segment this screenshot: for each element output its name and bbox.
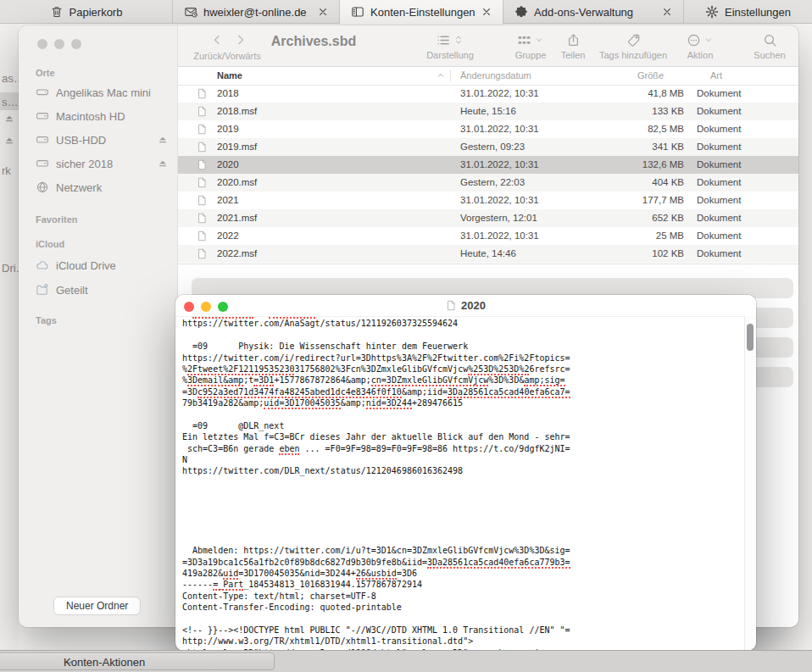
- column-header-name[interactable]: Name: [217, 66, 242, 85]
- sidebar-item-label: Geteilt: [56, 284, 88, 297]
- viewer-titlebar: 2020: [175, 295, 756, 317]
- file-date: Heute, 14:46: [460, 245, 516, 263]
- eject-icon[interactable]: [4, 114, 14, 124]
- back-button[interactable]: [210, 33, 224, 47]
- text-line: =09 @DLR_next: [182, 421, 742, 432]
- close-tab-icon[interactable]: [481, 6, 492, 18]
- text-line: [182, 614, 742, 625]
- text-line: =09 Physik: Die Wissenschaft hinter dem …: [182, 342, 742, 353]
- text-line: [182, 512, 742, 523]
- text-line: 419a282&uid=3D170045035&nid=3D244+26&usb…: [182, 569, 742, 580]
- table-row[interactable]: 2019.msfGestern, 09:23341 KBDokument: [178, 138, 798, 156]
- file-date: 31.01.2022, 10:31: [460, 227, 539, 245]
- file-date: 31.01.2022, 10:31: [460, 85, 539, 103]
- sidebar-section-0: Orte: [36, 68, 55, 78]
- file-name: 2018.msf: [217, 103, 257, 120]
- table-row[interactable]: 202031.01.2022, 10:31132,6 MBDokument: [178, 156, 798, 174]
- new-folder-button[interactable]: Neuer Ordner: [53, 597, 141, 615]
- table-row[interactable]: 2021.msfVorgestern, 12:01652 KBDokument: [178, 209, 798, 227]
- mail-icon: [184, 5, 197, 19]
- document-icon: [197, 195, 208, 206]
- column-header--nderungsdatum[interactable]: Änderungsdatum: [460, 66, 531, 85]
- file-content[interactable]: https://twitter.com/AnaSagt/status/12119…: [182, 315, 742, 651]
- sidebar-item-geteilt[interactable]: Geteilt: [27, 280, 173, 300]
- disk-icon: [36, 109, 49, 123]
- text-line: ------=_Part_184534813_1016831944.157786…: [182, 580, 742, 591]
- close-tab-icon[interactable]: [317, 6, 329, 18]
- background-sidebar-item: s…: [2, 96, 19, 108]
- gear-icon: [705, 5, 719, 19]
- sidebar-item-usb-hdd[interactable]: USB-HDD: [27, 130, 173, 150]
- text-line: %2Ftweet%2F1211953523031756802%3Fcn%3DZm…: [182, 364, 742, 375]
- dialog-sidebar: OrteAngelikas Mac miniMacintosh HDUSB-HD…: [19, 25, 178, 627]
- tab-add-ons-verwaltung[interactable]: Add-ons-Verwaltung: [503, 0, 683, 24]
- table-row[interactable]: 202231.01.2022, 10:3125 MBDokument: [178, 227, 798, 245]
- file-size: 133 KB: [585, 103, 684, 120]
- table-row[interactable]: 2020.msfGestern, 22:03404 KBDokument: [178, 174, 798, 192]
- sidebar-item-label: USB-HDD: [56, 134, 106, 147]
- spellcheck-underline: uid: [223, 569, 238, 580]
- file-date: Gestern, 22:03: [460, 174, 525, 192]
- table-row[interactable]: 2022.msfHeute, 14:46102 KBDokument: [178, 245, 798, 263]
- screen: Papierkorbhweixler@t-online.deKonten-Ein…: [0, 0, 812, 672]
- sidebar-item-macintosh-hd[interactable]: Macintosh HD: [27, 106, 173, 126]
- column-header-art[interactable]: Art: [710, 66, 722, 85]
- file-size: 341 KB: [585, 138, 684, 156]
- text-line: Content-Transfer-Encoding: quoted-printa…: [182, 603, 742, 614]
- window-title: Archives.sbd: [229, 34, 398, 49]
- text-line: sch=C3=B6n gerade eben ... =F0=9F=98=89=…: [182, 444, 742, 455]
- text-line: [182, 489, 742, 500]
- scrollbar-thumb[interactable]: [747, 324, 754, 351]
- tab-bar: Papierkorbhweixler@t-online.deKonten-Ein…: [0, 0, 812, 24]
- tab-konten-einstellungen[interactable]: Konten-Einstellungen: [339, 0, 503, 24]
- file-size: 102 KB: [585, 245, 684, 263]
- table-row[interactable]: 201931.01.2022, 10:3182,5 MBDokument: [178, 120, 798, 138]
- file-date: Gestern, 09:23: [460, 138, 525, 156]
- file-name: 2020.msf: [217, 174, 257, 192]
- sort-toggle-icon: [453, 35, 464, 45]
- chevron-down-icon: [704, 35, 714, 45]
- zoom-window-button[interactable]: [71, 39, 81, 49]
- file-date: 31.01.2022, 10:31: [460, 156, 539, 174]
- column-header-gr-e[interactable]: Größe: [637, 66, 664, 85]
- eject-icon[interactable]: [4, 136, 14, 146]
- tab-label: Einstellungen: [725, 6, 791, 19]
- sidebar-item-sicher-2018[interactable]: sicher 2018: [27, 153, 173, 174]
- tab-papierkorb[interactable]: Papierkorb: [0, 0, 172, 24]
- text-line: https://twitter.com/i/redirect?url=3Dhtt…: [182, 353, 742, 364]
- text-line: https://twitter.com/AnaSagt/status/12119…: [182, 319, 742, 330]
- text-line: Abmelden: https://twitter.com/i/u?t=3D1&…: [182, 546, 742, 557]
- eject-icon[interactable]: [158, 135, 168, 145]
- spellcheck-underline: =_Part: [213, 580, 243, 591]
- sidebar-item-angelikas-mac-mini[interactable]: Angelikas Mac mini: [27, 82, 173, 103]
- spellcheck-underline: nid=3D244: [366, 398, 412, 409]
- scrollbar-track[interactable]: [744, 316, 755, 650]
- account-actions-button[interactable]: Konten-Aktionen: [0, 653, 275, 670]
- close-window-button[interactable]: [37, 39, 47, 49]
- document-icon: [197, 159, 208, 170]
- file-date: Heute, 15:16: [460, 103, 516, 120]
- file-kind: Dokument: [697, 174, 741, 192]
- viewer-title: 2020: [175, 299, 756, 312]
- action-menu-icon: [687, 33, 701, 47]
- file-name: 2018: [217, 85, 239, 103]
- text-line: =3D3a19bca1c56a1fb2c0f89b8dc6827d9b30b9f…: [182, 558, 742, 569]
- table-row[interactable]: 201831.01.2022, 10:3141,8 MBDokument: [178, 85, 798, 103]
- eject-icon[interactable]: [158, 158, 168, 169]
- sidebar-item-label: Angelikas Mac mini: [56, 86, 151, 99]
- minimize-window-button[interactable]: [54, 39, 64, 49]
- table-row[interactable]: 202131.01.2022, 10:31177,7 MBDokument: [178, 192, 798, 209]
- toolbar-suchen[interactable]: Suchen: [719, 31, 812, 60]
- file-kind: Dokument: [697, 245, 741, 263]
- tab-hweixler-t-online-de[interactable]: hweixler@t-online.de: [172, 0, 339, 24]
- table-row[interactable]: 2018.msfHeute, 15:16133 KBDokument: [178, 103, 798, 120]
- sidebar-item-icloud-drive[interactable]: iCloud Drive: [27, 255, 173, 275]
- close-tab-icon[interactable]: [661, 6, 673, 18]
- sidebar-item-netzwerk[interactable]: Netzwerk: [27, 177, 173, 197]
- background-sidebar-item: rk: [2, 164, 11, 177]
- document-icon: [197, 88, 208, 99]
- tab-einstellungen[interactable]: Einstellungen: [683, 0, 812, 24]
- file-kind: Dokument: [697, 138, 741, 156]
- external-disk-icon: [36, 157, 49, 170]
- text-line: N: [182, 455, 742, 466]
